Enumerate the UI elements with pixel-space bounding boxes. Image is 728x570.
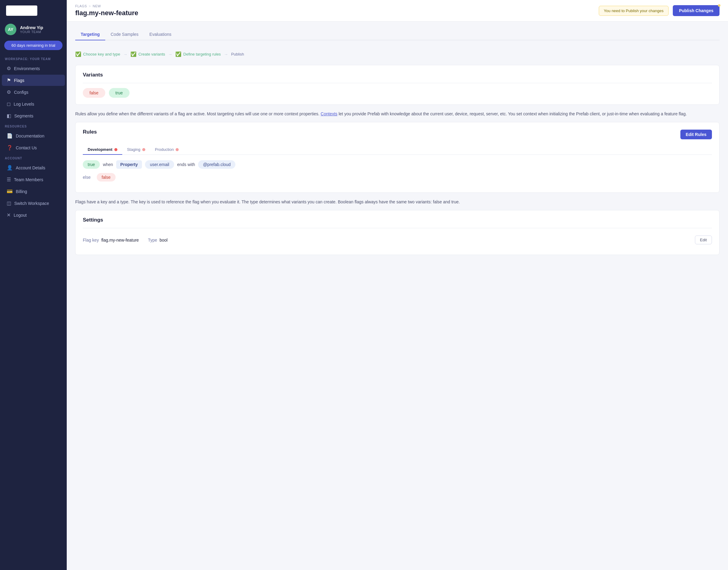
rule-property-value: @prefab.cloud [198,160,235,169]
step-sep-2: → [168,52,172,57]
trial-badge[interactable]: 60 days remaining in trial [4,41,62,50]
sidebar-item-label: Contact Us [16,146,37,150]
settings-description: Flags have a key and a type. The key is … [75,199,720,205]
publish-dot [718,4,720,7]
staging-dot [142,148,145,151]
user-name: Andrew Yip [20,25,43,30]
step-done-icon: ✅ [175,51,181,57]
topbar-actions: You need to Publish your changes Publish… [599,5,720,16]
rule-when: when [103,162,113,167]
breadcrumb-current: NEW [93,4,101,8]
step-choose-key: ✅ Choose key and type [75,51,120,57]
tab-targeting[interactable]: Targeting [75,29,105,40]
content-area: Targeting Code Samples Evaluations ✅ Cho… [67,22,728,570]
sidebar-item-billing[interactable]: 💳 Billing [2,186,65,197]
publish-button[interactable]: Publish Changes [673,5,720,16]
sidebar-item-logout[interactable]: ✕ Logout [2,210,65,221]
tab-evaluations[interactable]: Evaluations [144,29,177,40]
user-team: YOUR TEAM [20,30,43,34]
sidebar-item-account-details[interactable]: 👤 Account Details [2,162,65,173]
step-sep-1: → [123,52,127,57]
variants-title: Variants [83,72,712,78]
contact-icon: ❓ [7,145,13,151]
sidebar-item-label: Team Members [14,177,43,182]
segments-icon: ◧ [7,113,11,119]
sidebar-item-label: Configs [14,90,28,95]
publish-notice: You need to Publish your changes [599,6,669,16]
settings-flag-key: Flag key flag.my-new-feature [83,238,139,243]
contexts-link[interactable]: Contexts [320,111,337,116]
logout-icon: ✕ [7,212,11,218]
rules-title: Rules [83,129,97,135]
sidebar-item-documentation[interactable]: 📄 Documentation [2,130,65,141]
account-label: ACCOUNT [0,154,67,162]
step-create-variants: ✅ Create variants [130,51,165,57]
logo: PREFAB [0,0,67,20]
avatar: AY [5,24,16,35]
sidebar-item-log-levels[interactable]: ◻ Log Levels [2,98,65,109]
sidebar-item-contact-us[interactable]: ❓ Contact Us [2,142,65,153]
sidebar: PREFAB AY Andrew Yip YOUR TEAM 60 days r… [0,0,67,570]
sidebar-item-label: Log Levels [14,102,34,106]
settings-row: Flag key flag.my-new-feature Type bool E… [83,232,712,248]
sidebar-item-flags[interactable]: ⚑ Flags [2,75,65,86]
settings-type: Type bool [148,238,168,243]
variant-false[interactable]: false [83,88,105,98]
log-levels-icon: ◻ [7,101,11,107]
sidebar-item-label: Flags [14,78,24,83]
tab-code-samples[interactable]: Code Samples [105,29,144,40]
page-title: flag.my-new-feature [75,9,138,17]
title-group: FLAGS > NEW flag.my-new-feature [75,4,138,17]
billing-icon: 💳 [7,189,13,194]
production-dot [176,148,179,151]
variants-card: Variants false true [75,65,720,105]
environments-icon: ⚙ [7,65,11,71]
user-section: AY Andrew Yip YOUR TEAM [0,20,67,39]
sidebar-item-label: Account Details [16,166,45,170]
user-info: Andrew Yip YOUR TEAM [20,25,43,34]
rule-variant-true: true [83,160,100,169]
env-tab-production[interactable]: Production [150,145,183,155]
main: FLAGS > NEW flag.my-new-feature You need… [67,0,728,570]
development-dot [114,148,117,151]
tabs: Targeting Code Samples Evaluations [75,29,720,40]
resources-label: RESOURCES [0,122,67,130]
switch-workspace-icon: ◫ [7,200,11,206]
sidebar-item-team-members[interactable]: ☰ Team Members [2,174,65,185]
sidebar-item-label: Documentation [16,133,44,138]
sidebar-item-label: Logout [14,213,27,218]
sidebar-item-environments[interactable]: ⚙ Environments [2,63,65,74]
rules-header: Rules Edit Rules [83,129,712,140]
sidebar-item-segments[interactable]: ◧ Segments [2,110,65,121]
rule-property-key: user.email [145,160,174,169]
breadcrumb-separator: > [89,4,91,8]
rule-row-true: true when Property user.email ends with … [83,160,712,169]
rule-row-else: else false [83,173,712,182]
env-tab-label: Development [88,147,112,152]
sidebar-item-switch-workspace[interactable]: ◫ Switch Workspace [2,198,65,209]
env-tab-staging[interactable]: Staging [122,145,150,155]
rule-else-variant: false [97,173,116,182]
settings-title: Settings [83,217,712,223]
env-tabs: Development Staging Production [83,145,712,155]
variant-true[interactable]: true [109,88,129,98]
settings-edit-button[interactable]: Edit [695,236,712,244]
sidebar-item-configs[interactable]: ⚙ Configs [2,86,65,98]
step-publish: Publish [231,52,244,56]
env-tab-development[interactable]: Development [83,145,122,155]
env-tab-label: Staging [127,147,140,152]
rules-description: Rules allow you define when the differen… [75,111,720,117]
rule-property-label: Property [116,160,142,169]
configs-icon: ⚙ [7,89,11,95]
edit-rules-button[interactable]: Edit Rules [680,129,712,139]
step-label: Define targeting rules [183,52,221,56]
step-sep-3: → [224,52,228,57]
team-icon: ☰ [7,177,11,183]
workspace-label: WORKSPACE: YOUR TEAM [0,54,67,62]
type-label: Type [148,238,157,243]
sidebar-item-label: Segments [14,113,33,118]
breadcrumb: FLAGS > NEW [75,4,138,8]
topbar: FLAGS > NEW flag.my-new-feature You need… [67,0,728,22]
sidebar-item-label: Billing [16,189,27,194]
step-label: Choose key and type [83,52,120,56]
